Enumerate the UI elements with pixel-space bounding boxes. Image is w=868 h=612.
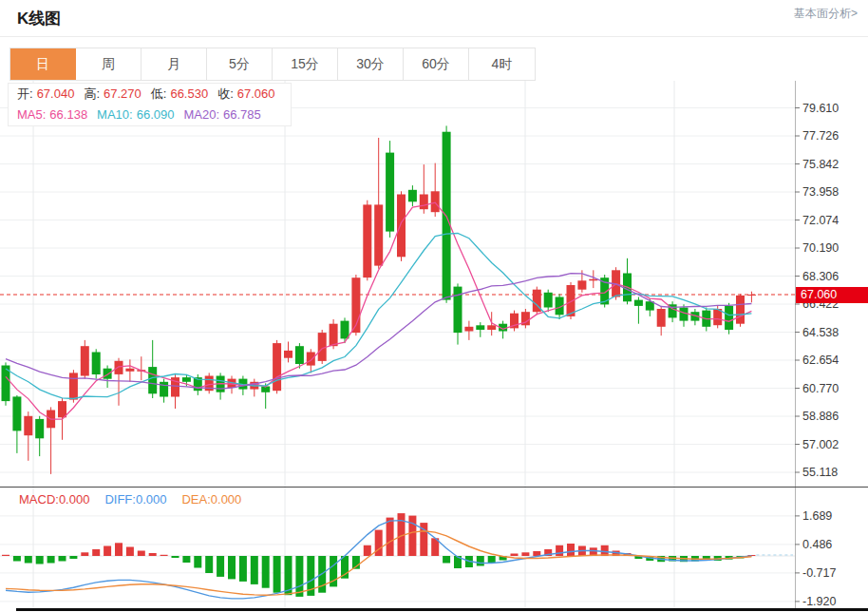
candle-body [736,296,745,324]
price-axis: 79.61077.72675.84273.95872.07470.19068.3… [795,81,839,487]
macd-bar [511,554,519,557]
macd-bar [172,556,179,558]
macd-bar [104,546,111,557]
macd-indicator-labels: MACD:0.000DIFF:0.000DEA:0.000 [19,492,256,507]
candle-body [295,346,304,364]
macd-axis-label: 0.486 [802,538,832,551]
ohlc-label-2: 低: [151,86,167,101]
candle-body [747,295,756,296]
macd-axis-label: -1.920 [802,595,836,608]
candle-body [104,369,112,379]
macd-bar [295,556,303,597]
ohlc-label-0: 开: [17,86,33,101]
macd-bar [92,549,100,556]
price-axis-label: 62.654 [802,354,839,367]
price-gridlines [0,81,795,487]
macd-label-0: MACD:0.000 [19,492,89,507]
macd-bar [567,544,575,556]
price-axis-label: 55.118 [802,466,838,479]
candle-body [273,343,281,391]
macd-bar [81,552,88,556]
price-axis-label: 75.842 [802,158,839,171]
ma-row: MA5:66.138MA10:66.090MA20:66.785 [9,105,291,125]
macd-bar [443,556,450,564]
candle-body [725,306,733,330]
ohlc-label-3: 收: [217,86,234,101]
ohlc-value-1: 67.270 [104,86,142,101]
macd-bar [115,543,123,556]
macd-bar [251,556,258,584]
price-axis-label: 64.538 [802,326,839,339]
macd-bar [488,556,496,564]
candle-body [363,204,371,277]
candle-body [386,153,394,232]
candle-body [341,321,349,339]
macd-bar [25,556,32,564]
macd-bar [194,556,201,568]
macd-axis-label: -0.717 [802,566,836,580]
macd-axis-label: 1.689 [802,509,832,523]
tab-4hour[interactable]: 4时 [469,48,535,80]
macd-bar [477,556,484,566]
ma-value-0: 66.138 [49,107,87,122]
price-axis-label: 79.610 [802,102,839,115]
candle-body [69,373,78,399]
tab-day[interactable]: 日 [10,48,76,80]
macd-label-1: DIFF:0.000 [104,492,166,507]
tab-month[interactable]: 月 [142,48,207,80]
price-axis-label: 57.002 [802,438,839,451]
current-price-tag: 67.060 [796,287,868,303]
candle-body [148,367,157,393]
tab-15min[interactable]: 15分 [273,48,338,80]
ohlc-label-1: 高: [84,86,100,101]
candle-body [487,325,496,330]
ma-label-0: MA5: [17,107,46,122]
candle-body [160,382,168,397]
macd-bar [69,556,77,559]
candle-body [420,195,428,210]
tab-60min[interactable]: 60分 [404,48,469,80]
macd-bar [138,551,145,557]
ma-value-2: 66.785 [223,107,261,122]
candle-body [397,195,406,258]
candle-body [182,377,191,382]
ohlc-row: 开:67.040高:67.270低:66.530收:67.060 [9,84,291,105]
macd-bar [36,556,44,564]
candle-body [35,419,44,438]
fundamental-analysis-link[interactable]: 基本面分析> [794,6,858,22]
ohlc-info-box: 开:67.040高:67.270低:66.530收:67.060 MA5:66.… [8,83,292,126]
candle-body [115,361,123,374]
candle-body [464,327,473,332]
candle-body [476,325,484,330]
candle-body [634,300,643,306]
macd-bar [13,556,21,562]
price-axis-label: 77.726 [802,129,839,143]
price-axis-label: 70.190 [802,241,839,255]
candle-body [125,369,134,372]
period-tabs: 日周月5分15分30分60分4时 [9,48,536,81]
macd-bar [59,556,66,562]
ma-label-1: MA10: [97,107,133,122]
tab-week[interactable]: 周 [76,48,142,80]
macd-bar [205,556,213,573]
candle-body [431,191,440,212]
macd-bar [387,518,394,556]
candle-body [81,346,89,375]
candle-body [374,204,383,265]
candle-body [12,396,21,430]
macd-bar [364,545,371,556]
candle-body [284,351,292,358]
tab-30min[interactable]: 30分 [338,48,404,80]
candle-body [307,353,315,366]
price-axis-label: 60.770 [802,382,839,395]
candle-body [24,416,32,435]
macd-bar [126,547,134,557]
price-chart[interactable]: 79.61077.72675.84273.95872.07470.19068.3… [0,81,868,487]
price-axis-label: 58.886 [802,410,839,423]
macd-bar [556,545,563,556]
tab-5min[interactable]: 5分 [207,48,273,80]
candle-body [577,280,586,289]
candle-body [544,293,553,308]
candle-body [58,401,66,417]
bottom-bar [16,608,868,611]
